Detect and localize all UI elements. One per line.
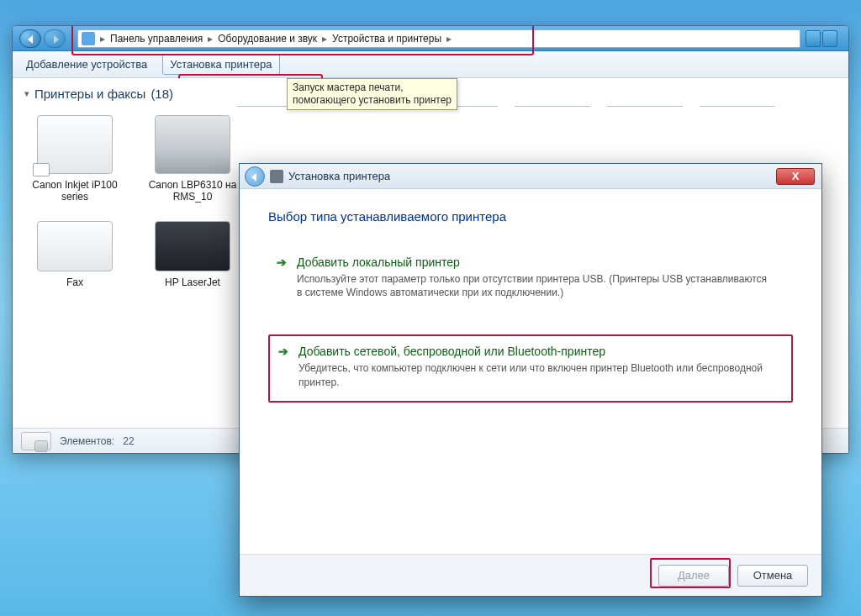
printer-icon [155,221,230,271]
cancel-button[interactable]: Отмена [737,565,808,587]
option-add-network-printer[interactable]: ➔ Добавить сетевой, беспроводной или Blu… [268,334,793,402]
status-count: 22 [123,435,134,447]
wizard-back-button[interactable] [245,166,265,187]
breadcrumb[interactable]: ▸ Панель управления ▸ Оборудование и зву… [77,29,800,48]
search-button[interactable] [822,30,837,47]
group-label: Принтеры и факсы [34,87,145,101]
window-titlebar: ▸ Панель управления ▸ Оборудование и зву… [13,26,848,51]
device-item[interactable]: Canon Inkjet iP100 series [24,115,125,203]
device-item[interactable]: HP LaserJet [142,221,243,288]
device-label: Canon LBP6310 на RMS_10 [142,179,243,203]
next-button[interactable]: Далее [658,565,729,587]
refresh-button[interactable] [806,30,821,47]
add-printer-tooltip: Запуск мастера печати, помогающего устан… [287,78,457,110]
shortcut-badge-icon [33,163,50,176]
breadcrumb-devices[interactable]: Устройства и принтеры [329,33,445,45]
nav-forward-button[interactable] [44,29,66,48]
breadcrumb-root[interactable]: Панель управления [107,33,206,45]
printer-thumbnail [607,106,683,107]
devices-status-icon [21,432,51,450]
chevron-right-icon: ▸ [98,33,107,45]
wizard-titlebar: Установка принтера X [240,164,821,189]
option-description: Используйте этот параметр только при отс… [297,272,768,299]
printer-icon [37,115,113,174]
wizard-heading: Выбор типа устанавливаемого принтера [268,209,793,224]
printer-thumbnail [700,106,775,107]
option-arrow-icon: ➔ [277,345,290,358]
option-title: Добавить сетевой, беспроводной или Bluet… [298,345,605,358]
option-title: Добавить локальный принтер [297,255,460,269]
add-printer-button[interactable]: Установка принтера [162,54,279,75]
collapse-triangle-icon: ▾ [24,88,29,99]
command-bar: Добавление устройства Установка принтера [13,51,848,78]
chevron-right-icon: ▸ [445,33,453,45]
nav-back-button[interactable] [19,29,41,48]
printer-icon [155,115,230,174]
device-label: Fax [24,276,125,288]
control-panel-icon [82,32,95,45]
close-button[interactable]: X [776,168,815,185]
printer-icon [270,170,283,183]
wizard-title: Установка принтера [288,170,390,182]
add-device-button[interactable]: Добавление устройства [19,55,154,74]
group-count: (18) [151,87,173,101]
device-label: Canon Inkjet iP100 series [24,179,125,203]
fax-icon [37,221,113,271]
device-label: HP LaserJet [142,276,243,288]
status-label: Элементов: [60,435,114,447]
wizard-body: Выбор типа устанавливаемого принтера ➔ Д… [240,189,821,554]
chevron-right-icon: ▸ [320,33,329,45]
option-arrow-icon: ➔ [275,255,288,269]
printer-thumbnail [515,106,590,107]
chevron-right-icon: ▸ [206,33,214,45]
option-description: Убедитесь, что компьютер подключен к сет… [298,361,769,388]
device-item[interactable]: Canon LBP6310 на RMS_10 [142,115,243,203]
breadcrumb-hardware[interactable]: Оборудование и звук [214,33,320,45]
option-add-local-printer[interactable]: ➔ Добавить локальный принтер Используйте… [268,247,793,311]
device-item[interactable]: Fax [24,221,125,288]
wizard-footer: Далее Отмена [240,554,821,596]
add-printer-wizard-dialog: Установка принтера X Выбор типа устанавл… [239,163,822,597]
